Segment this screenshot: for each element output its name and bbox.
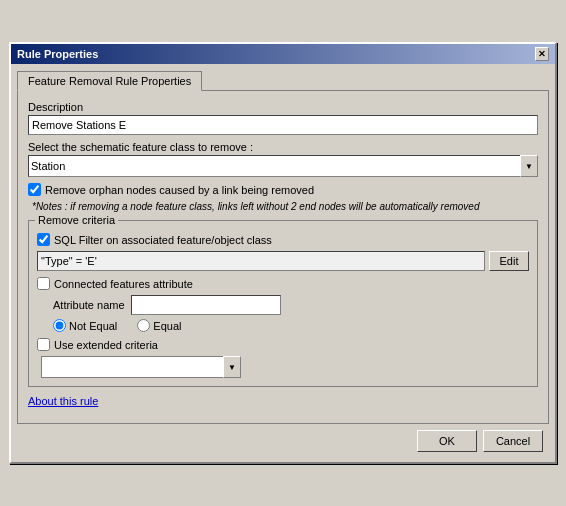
rule-properties-window: Rule Properties ✕ Feature Removal Rule P… xyxy=(9,42,557,464)
not-equal-radio[interactable] xyxy=(53,319,66,332)
remove-orphan-checkbox[interactable] xyxy=(28,183,41,196)
feature-class-group: Select the schematic feature class to re… xyxy=(28,141,538,177)
attribute-name-input[interactable] xyxy=(131,295,281,315)
note-text: *Notes : if removing a node feature clas… xyxy=(28,201,538,212)
connected-features-label: Connected features attribute xyxy=(54,278,193,290)
equal-label: Equal xyxy=(153,320,181,332)
title-bar: Rule Properties ✕ xyxy=(11,44,555,64)
tab-bar: Feature Removal Rule Properties xyxy=(17,70,549,90)
description-group: Description xyxy=(28,101,538,135)
not-equal-label: Not Equal xyxy=(69,320,117,332)
description-input[interactable] xyxy=(28,115,538,135)
use-extended-label: Use extended criteria xyxy=(54,339,158,351)
group-content: SQL Filter on associated feature/object … xyxy=(37,229,529,378)
window-title: Rule Properties xyxy=(17,48,98,60)
feature-class-label: Select the schematic feature class to re… xyxy=(28,141,538,153)
about-this-rule-link[interactable]: About this rule xyxy=(28,395,538,407)
remove-criteria-title: Remove criteria xyxy=(35,214,118,226)
feature-class-select-container: Station ▼ xyxy=(28,155,538,177)
description-label: Description xyxy=(28,101,538,113)
title-bar-buttons: ✕ xyxy=(535,47,549,61)
footer-buttons: OK Cancel xyxy=(17,424,549,456)
ok-button[interactable]: OK xyxy=(417,430,477,452)
edit-button[interactable]: Edit xyxy=(489,251,529,271)
cancel-button[interactable]: Cancel xyxy=(483,430,543,452)
connected-features-checkbox[interactable] xyxy=(37,277,50,290)
remove-criteria-group: Remove criteria SQL Filter on associated… xyxy=(28,220,538,387)
radio-row: Not Equal Equal xyxy=(53,319,529,332)
equal-radio-item: Equal xyxy=(137,319,181,332)
sql-input[interactable] xyxy=(37,251,485,271)
attribute-name-label: Attribute name xyxy=(53,299,125,311)
remove-orphan-label: Remove orphan nodes caused by a link bei… xyxy=(45,184,314,196)
not-equal-radio-item: Not Equal xyxy=(53,319,117,332)
window-body: Feature Removal Rule Properties Descript… xyxy=(11,64,555,462)
tab-content: Description Select the schematic feature… xyxy=(17,90,549,424)
connected-features-row: Connected features attribute xyxy=(37,277,529,290)
equal-radio[interactable] xyxy=(137,319,150,332)
feature-class-select[interactable]: Station xyxy=(28,155,538,177)
sql-filter-label: SQL Filter on associated feature/object … xyxy=(54,234,272,246)
use-extended-row: Use extended criteria xyxy=(37,338,529,351)
sql-filter-checkbox[interactable] xyxy=(37,233,50,246)
close-button[interactable]: ✕ xyxy=(535,47,549,61)
remove-orphan-row: Remove orphan nodes caused by a link bei… xyxy=(28,183,538,196)
sql-filter-row: SQL Filter on associated feature/object … xyxy=(37,233,529,246)
extended-select-container: ▼ xyxy=(41,356,241,378)
use-extended-checkbox[interactable] xyxy=(37,338,50,351)
attribute-name-row: Attribute name xyxy=(53,295,529,315)
extended-dropdown[interactable] xyxy=(41,356,241,378)
sql-input-row: Edit xyxy=(37,251,529,271)
feature-removal-tab[interactable]: Feature Removal Rule Properties xyxy=(17,71,202,91)
extended-dropdown-row: ▼ xyxy=(41,356,529,378)
